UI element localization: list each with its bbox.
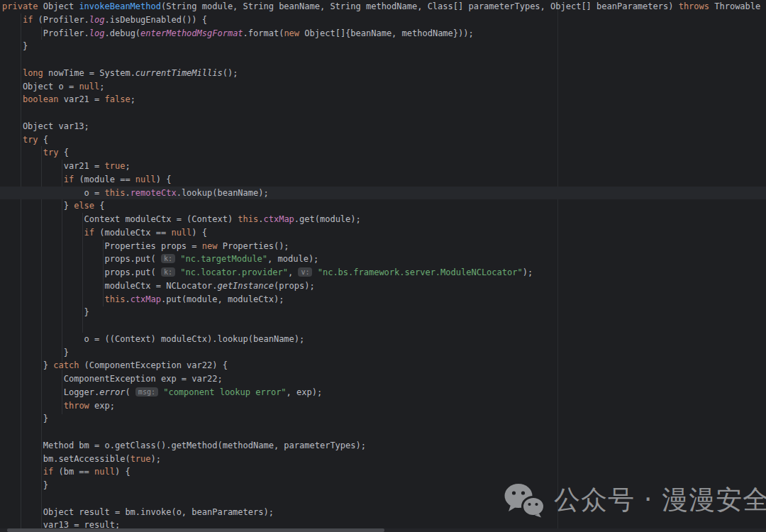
code-line[interactable]: props.put( k: "nc.targetModule", module)…	[0, 253, 766, 266]
code-line[interactable]: o = ((Context) moduleCtx).lookup(beanNam…	[0, 333, 766, 346]
code-line[interactable]: ComponentException exp = var22;	[0, 372, 766, 386]
watermark-text: 公众号 · 漫漫安全路	[554, 482, 766, 518]
code-line[interactable]: }	[0, 40, 766, 53]
code-area[interactable]: private Object invokeBeanMethod(String m…	[0, 0, 766, 532]
code-line[interactable]: Object o = null;	[0, 80, 766, 94]
code-line[interactable]: Object var13;	[0, 120, 766, 133]
code-line[interactable]: bm.setAccessible(true);	[0, 453, 766, 466]
code-line[interactable]: throw exp;	[0, 399, 766, 413]
watermark: 公众号 · 漫漫安全路	[504, 482, 766, 518]
code-line[interactable]: if (module == null) {	[0, 173, 766, 187]
wechat-icon	[504, 483, 545, 518]
code-line[interactable]: } else {	[0, 199, 766, 213]
code-line[interactable]	[0, 53, 766, 67]
code-line[interactable]: if (bm == null) {	[0, 465, 766, 479]
code-editor: private Object invokeBeanMethod(String m…	[0, 0, 766, 532]
code-line[interactable]: Profiler.log.debug(enterMethodMsgFormat.…	[0, 27, 766, 40]
code-line[interactable]	[0, 319, 766, 333]
code-line[interactable]: private Object invokeBeanMethod(String m…	[0, 0, 766, 13]
code-line[interactable]: long nowTime = System.currentTimeMillis(…	[0, 67, 766, 80]
parameter-hint-badge: k:	[161, 267, 175, 277]
code-line[interactable]	[0, 106, 766, 120]
code-line[interactable]: try {	[0, 146, 766, 160]
code-line[interactable]: if (Profiler.log.isDebugEnabled()) {	[0, 13, 766, 27]
code-line[interactable]: moduleCtx = NCLocator.getInstance(props)…	[0, 279, 766, 293]
code-line[interactable]: Method bm = o.getClass().getMethod(metho…	[0, 439, 766, 453]
horizontal-scrollbar-thumb[interactable]	[7, 528, 384, 532]
code-line[interactable]: props.put( k: "nc.locator.provider", v: …	[0, 266, 766, 279]
code-line[interactable]: Context moduleCtx = (Context) this.ctxMa…	[0, 213, 766, 226]
code-line[interactable]: try {	[0, 133, 766, 147]
code-line[interactable]: Logger.error( msg: "component lookup err…	[0, 386, 766, 399]
parameter-hint-badge: msg:	[135, 387, 158, 397]
code-line[interactable]: }	[0, 412, 766, 426]
code-line[interactable]: if (moduleCtx == null) {	[0, 226, 766, 240]
parameter-hint-badge: v:	[298, 267, 312, 277]
parameter-hint-badge: k:	[161, 254, 175, 263]
code-line[interactable]: Properties props = new Properties();	[0, 240, 766, 253]
code-line[interactable]	[0, 426, 766, 439]
code-line-current[interactable]: o = this.remoteCtx.lookup(beanName);	[0, 187, 766, 200]
code-line[interactable]: }	[0, 346, 766, 360]
code-line[interactable]: var21 = true;	[0, 160, 766, 173]
code-line[interactable]: boolean var21 = false;	[0, 93, 766, 106]
code-line[interactable]: this.ctxMap.put(module, moduleCtx);	[0, 293, 766, 306]
code-line[interactable]: }	[0, 306, 766, 319]
horizontal-scrollbar-track[interactable]	[0, 528, 766, 532]
code-line[interactable]: } catch (ComponentException var22) {	[0, 359, 766, 372]
